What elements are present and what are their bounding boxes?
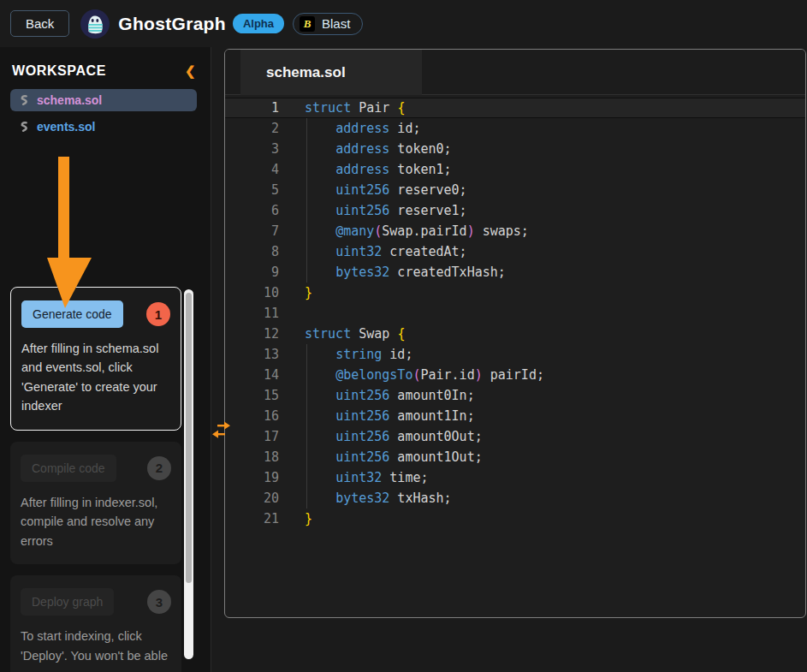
code-line: 5 uint256 reserve0;: [225, 180, 805, 200]
line-number: 12: [225, 324, 279, 344]
code-text: struct Pair {: [305, 98, 405, 118]
code-line: 11: [225, 303, 805, 324]
code-line: 13 string id;: [225, 344, 805, 365]
indent-guide: [306, 118, 307, 282]
code-line: 2 address id;: [225, 118, 805, 139]
line-number: 13: [225, 344, 279, 365]
step-cards: Generate code 1 After filling in schema.…: [10, 287, 181, 672]
solidity-icon: [18, 121, 29, 133]
code-line: 19 uint32 time;: [225, 467, 805, 488]
step-action-button: Compile code: [21, 455, 116, 482]
line-number: 5: [225, 180, 279, 200]
ghost-logo-icon: [80, 9, 110, 39]
line-number: 19: [225, 467, 279, 488]
sidebar: WORKSPACE ❮ schema.sol events.sol Genera…: [0, 47, 211, 672]
code-line: 4 address token1;: [225, 159, 805, 180]
collapse-sidebar-button[interactable]: ❮: [185, 63, 196, 79]
step-description: After filling in indexer.sol, compile an…: [21, 493, 171, 550]
step-number-badge: 1: [146, 302, 170, 326]
step-number-badge: 3: [147, 590, 171, 614]
line-number: 7: [225, 221, 279, 241]
step-description: To start indexing, click 'Deploy'. You w…: [21, 627, 171, 665]
code-text: struct Swap {: [305, 324, 405, 344]
code-line: 18 uint256 amount1Out;: [225, 447, 805, 467]
line-number: 21: [225, 508, 279, 529]
code-text: address token1;: [305, 159, 452, 180]
code-text: @belongsTo(Pair.id) pairId;: [305, 365, 544, 385]
code-text: string id;: [305, 344, 412, 365]
code-lines: 1struct Pair {2 address id;3 address tok…: [225, 98, 805, 529]
line-number: 2: [225, 118, 279, 139]
indent-guide: [306, 344, 307, 508]
code-line: 12struct Swap {: [225, 324, 805, 344]
code-line: 10}: [225, 282, 805, 303]
code-text: uint256 amount0In;: [305, 385, 475, 406]
editor-tab-schema[interactable]: schema.sol: [240, 50, 422, 95]
sidebar-scrollbar-thumb[interactable]: [186, 293, 192, 583]
pane-resize-handle[interactable]: [210, 419, 234, 441]
line-number: 11: [225, 303, 279, 324]
line-number: 20: [225, 488, 279, 508]
code-text: uint32 time;: [305, 467, 429, 488]
sidebar-scrollbar-track: [184, 289, 193, 659]
alpha-badge: Alpha: [233, 14, 284, 33]
down-arrow-icon: [31, 157, 99, 311]
file-list: schema.sol events.sol: [10, 89, 197, 142]
line-number: 8: [225, 241, 279, 262]
code-line: 21}: [225, 508, 805, 529]
code-text: uint256 amount1Out;: [305, 447, 483, 467]
code-text: }: [305, 508, 312, 529]
topbar: Back GhostGraph Alpha B Blast: [0, 0, 807, 47]
line-number: 4: [225, 159, 279, 180]
code-text: }: [305, 282, 312, 303]
code-text: address id;: [305, 118, 420, 139]
workspace-label: WORKSPACE: [12, 63, 106, 79]
blast-icon: B: [300, 16, 315, 32]
code-line: 1struct Pair {: [225, 98, 805, 118]
code-line: 20 bytes32 txHash;: [225, 488, 805, 508]
app-title: GhostGraph: [118, 14, 226, 34]
code-editor[interactable]: 1struct Pair {2 address id;3 address tok…: [225, 95, 805, 529]
code-line: 7 @many(Swap.pairId) swaps;: [225, 221, 805, 241]
solidity-icon: [18, 94, 29, 106]
line-number: 9: [225, 262, 279, 282]
code-text: uint32 createdAt;: [305, 241, 467, 262]
file-label: schema.sol: [37, 93, 102, 107]
step-description: After filling in schema.sol and events.s…: [21, 339, 170, 416]
code-text: address token0;: [305, 139, 452, 159]
file-item-events-sol[interactable]: events.sol: [10, 116, 197, 138]
code-line: 16 uint256 amount1In;: [225, 406, 805, 426]
line-number: 18: [225, 447, 279, 467]
code-line: 3 address token0;: [225, 139, 805, 159]
code-text: @many(Swap.pairId) swaps;: [305, 221, 529, 241]
editor-tab-title: schema.sol: [266, 64, 346, 81]
code-line: 14 @belongsTo(Pair.id) pairId;: [225, 365, 805, 385]
line-number: 3: [225, 139, 279, 159]
editor-tabbar: schema.sol: [225, 50, 805, 95]
code-text: bytes32 createdTxHash;: [305, 262, 506, 282]
blast-badge[interactable]: B Blast: [293, 13, 363, 35]
step-card: Deploy graph 3 To start indexing, click …: [10, 575, 181, 672]
code-line: 17 uint256 amount0Out;: [225, 426, 805, 447]
line-number: 14: [225, 365, 279, 385]
code-text: uint256 amount0Out;: [305, 426, 483, 447]
step-card: Compile code 2 After filling in indexer.…: [10, 442, 181, 564]
code-text: bytes32 txHash;: [305, 488, 452, 508]
editor-panel: schema.sol 1struct Pair {2 address id;3 …: [224, 49, 806, 618]
resize-arrows-icon: [210, 419, 234, 441]
file-label: events.sol: [37, 120, 95, 134]
code-text: uint256 reserve1;: [305, 200, 467, 221]
code-line: 6 uint256 reserve1;: [225, 200, 805, 221]
code-text: uint256 amount1In;: [305, 406, 475, 426]
line-number: 10: [225, 282, 279, 303]
line-number: 1: [225, 98, 279, 118]
line-number: 6: [225, 200, 279, 221]
step-number-badge: 2: [147, 456, 171, 480]
code-text: uint256 reserve0;: [305, 180, 467, 200]
file-item-schema-sol[interactable]: schema.sol: [10, 89, 197, 111]
back-button[interactable]: Back: [10, 10, 69, 37]
code-line: 15 uint256 amount0In;: [225, 385, 805, 406]
code-line: 8 uint32 createdAt;: [225, 241, 805, 262]
blast-label: Blast: [322, 16, 350, 31]
line-number: 15: [225, 385, 279, 406]
